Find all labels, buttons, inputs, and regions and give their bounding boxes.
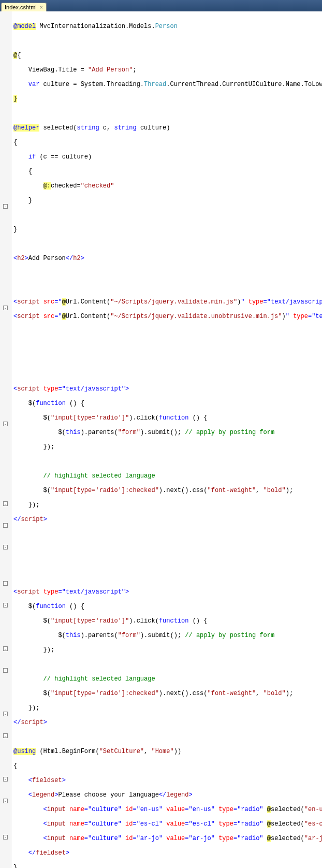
fold-toggle[interactable]: - (3, 523, 8, 528)
fold-toggle[interactable]: - (3, 733, 8, 738)
fold-toggle[interactable]: - (3, 668, 8, 673)
fold-toggle[interactable]: - (3, 501, 8, 506)
fold-toggle[interactable]: - (3, 777, 8, 782)
fold-toggle[interactable]: - (3, 306, 8, 310)
fold-toggle[interactable]: - (3, 799, 8, 803)
fold-toggle[interactable]: - (3, 204, 8, 209)
fold-toggle[interactable]: - (3, 712, 8, 716)
gutter: - - - - - - - - - - - - - - - (0, 11, 11, 868)
fold-toggle[interactable]: - (3, 835, 8, 840)
fold-toggle[interactable]: - (3, 581, 8, 586)
close-icon[interactable]: × (40, 5, 43, 10)
tab-bar: Index.cshtml × (0, 0, 322, 11)
file-tab[interactable]: Index.cshtml × (1, 3, 47, 11)
fold-toggle[interactable]: - (3, 422, 8, 426)
code-editor[interactable]: - - - - - - - - - - - - - - - @model Mvc… (0, 11, 322, 868)
code-content[interactable]: @model MvcInternationalization.Models.Pe… (11, 11, 322, 868)
fold-toggle[interactable]: - (3, 603, 8, 607)
fold-toggle[interactable]: - (3, 545, 8, 549)
fold-toggle[interactable]: - (3, 646, 8, 651)
tab-label: Index.cshtml (5, 4, 37, 10)
